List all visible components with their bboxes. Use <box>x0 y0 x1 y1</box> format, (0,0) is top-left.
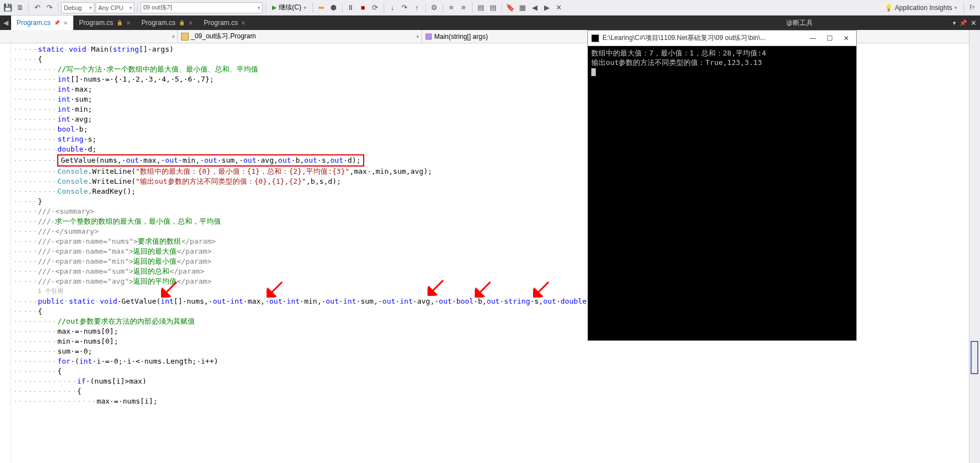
dropdown-icon[interactable]: ▾ <box>953 19 956 27</box>
save-all-icon[interactable]: 🗎 <box>14 2 26 13</box>
project-combo[interactable]: 09 out练习 <box>140 2 263 13</box>
minimize-button[interactable]: — <box>806 33 820 44</box>
console-titlebar[interactable]: E:\Learing\C#\项目\1109.Net基础复习\09 out练习\b… <box>588 31 856 46</box>
hex-icon[interactable]: ⬢ <box>328 2 339 13</box>
tab-program-3[interactable]: Program.cs 🔒 ✕ <box>136 16 198 30</box>
format-icon[interactable]: ▦ <box>517 2 528 13</box>
main-toolbar: 💾 🗎 ↶ ↷ Debug Any CPU 09 out练习 ▶ 继续(C) ▾… <box>0 0 980 16</box>
tab-program-1[interactable]: Program.cs 📌 ✕ <box>11 16 73 30</box>
tab-program-4[interactable]: Program.cs ✕ <box>198 16 251 30</box>
close-icon[interactable]: ✕ <box>126 20 130 26</box>
cursor <box>591 68 596 76</box>
play-icon: ▶ <box>272 4 277 11</box>
diagnostics-panel-header: 诊断工具 ▾ 📌 ✕ <box>783 16 980 30</box>
platform-combo[interactable]: Any CPU <box>96 2 134 13</box>
config-combo[interactable]: Debug <box>61 2 94 13</box>
close-icon[interactable]: ✕ <box>241 20 245 26</box>
continue-label: 继续(C) <box>279 3 301 12</box>
restart-icon[interactable]: ⟳ <box>370 2 381 13</box>
tool-icon[interactable]: ⚙ <box>429 2 440 13</box>
cursor-icon[interactable]: ➡ <box>316 2 327 13</box>
console-path: E:\Learing\C#\项目\1109.Net基础复习\09 out练习\b… <box>602 33 766 43</box>
close-icon[interactable]: ✕ <box>971 19 977 27</box>
stop-icon[interactable]: ■ <box>358 2 369 13</box>
close-icon[interactable]: ✕ <box>188 20 193 26</box>
undo-icon[interactable]: ↶ <box>32 2 43 13</box>
console-window: E:\Learing\C#\项目\1109.Net基础复习\09 out练习\b… <box>587 30 857 341</box>
app-insights-button[interactable]: 💡 Application Insights ▾ <box>881 2 961 13</box>
pin-icon[interactable]: 🔒 <box>117 20 123 26</box>
comment-icon[interactable]: ▤ <box>475 2 486 13</box>
step-out-icon[interactable]: ↑ <box>411 2 423 13</box>
maximize-button[interactable]: ☐ <box>823 33 836 44</box>
diagnostics-title: 诊断工具 <box>786 18 813 28</box>
save-icon[interactable]: 💾 <box>2 2 13 13</box>
tab-program-2[interactable]: Program.cs 🔒 ✕ <box>73 16 135 30</box>
window-icon[interactable]: 🏳 <box>967 2 978 13</box>
nav-fwd-icon[interactable]: ▶ <box>541 2 552 13</box>
indent-icon[interactable]: ≡ <box>446 2 457 13</box>
continue-button[interactable]: ▶ 继续(C) ▾ <box>269 2 310 13</box>
pin-icon[interactable]: 📌 <box>54 20 60 26</box>
console-icon <box>591 34 599 42</box>
close-button[interactable]: ✕ <box>840 33 853 44</box>
step-over-icon[interactable]: ↷ <box>399 2 410 13</box>
redo-icon[interactable]: ↷ <box>44 2 55 13</box>
bookmark-icon[interactable]: 🔖 <box>505 2 516 13</box>
console-output[interactable]: 数组中的最大值：7，最小值：1，总和：28,平均值:4 输出out参数的方法不同… <box>588 46 856 340</box>
method-icon <box>425 33 432 40</box>
close-icon[interactable]: ✕ <box>63 20 68 26</box>
step-into-icon[interactable]: ↓ <box>387 2 398 13</box>
nav-back-icon[interactable]: ◀ <box>529 2 540 13</box>
bulb-icon: 💡 <box>884 4 893 12</box>
gutter[interactable] <box>0 43 11 463</box>
highlighted-line: GetValue(nums,·out·max,·out·min,·out·sum… <box>57 154 364 167</box>
class-nav[interactable]: _09_out练习.Program ▾ <box>178 30 422 43</box>
outdent-icon[interactable]: ≡ <box>458 2 469 13</box>
pin-icon[interactable]: 🔒 <box>179 20 185 26</box>
tab-scroll-left[interactable]: ◀ <box>0 16 11 30</box>
uncomment-icon[interactable]: ▤ <box>488 2 499 13</box>
right-strip <box>969 30 980 463</box>
strip-marker <box>971 341 978 374</box>
pin-icon[interactable]: 📌 <box>959 19 967 27</box>
pause-icon[interactable]: ⏸ <box>345 2 356 13</box>
class-icon <box>181 33 189 41</box>
project-nav[interactable]: ▾ <box>0 30 178 43</box>
close-all-icon[interactable]: ✕ <box>554 2 565 13</box>
